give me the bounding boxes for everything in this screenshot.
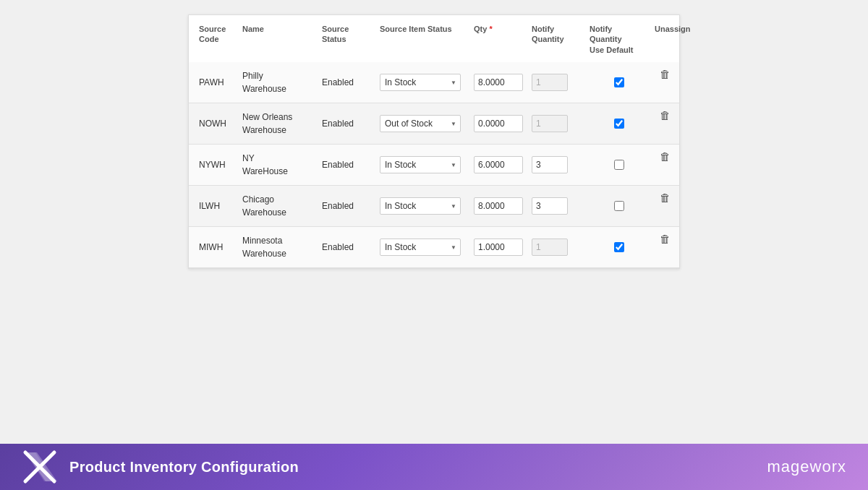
item-status-select[interactable]: In StockOut of Stock <box>380 197 461 215</box>
notify-qty-input[interactable] <box>532 156 568 173</box>
cell-source-code: NOWH <box>196 119 239 129</box>
table-row: 🗑ILWHChicagoWarehouseEnabledIn StockOut … <box>189 186 679 227</box>
delete-row-button[interactable]: 🗑 <box>660 68 671 80</box>
cell-name: MinnesotaWarehouse <box>239 234 319 260</box>
item-status-select[interactable]: In StockOut of Stock <box>380 156 461 173</box>
cell-source-status: Enabled <box>319 160 377 170</box>
main-content: SourceCode Name SourceStatus Source Item… <box>0 0 868 444</box>
cell-source-code: MIWH <box>196 242 239 252</box>
notify-qty-input <box>532 115 568 132</box>
cell-notify-qty <box>529 156 587 173</box>
qty-input[interactable] <box>474 74 523 91</box>
col-source-item-status: Source Item Status <box>377 22 471 56</box>
delete-row-button[interactable]: 🗑 <box>660 150 671 163</box>
delete-row-button[interactable]: 🗑 <box>660 233 671 245</box>
use-default-checkbox[interactable] <box>614 160 624 170</box>
table-row: 🗑NOWHNew OrleansWarehouseEnabledIn Stock… <box>189 103 679 145</box>
cell-qty <box>471 238 529 256</box>
footer-logo-icon <box>22 449 58 485</box>
col-qty: Qty * <box>471 22 529 56</box>
col-source-status: SourceStatus <box>319 22 377 56</box>
cell-name: New OrleansWarehouse <box>239 111 319 137</box>
cell-source-status: Enabled <box>319 242 377 252</box>
table-body: 🗑PAWHPhillyWarehouseEnabledIn StockOut o… <box>189 62 679 268</box>
cell-source-status: Enabled <box>319 119 377 129</box>
notify-qty-input <box>532 74 568 91</box>
cell-use-default <box>587 201 652 211</box>
cell-use-default <box>587 119 652 129</box>
qty-input[interactable] <box>474 238 523 256</box>
footer-brand: mageworx <box>767 457 846 476</box>
cell-notify-qty <box>529 115 587 132</box>
cell-source-status: Enabled <box>319 201 377 211</box>
table-row: 🗑MIWHMinnesotaWarehouseEnabledIn StockOu… <box>189 227 679 268</box>
col-name: Name <box>239 22 319 56</box>
cell-item-status: In StockOut of Stock▼ <box>377 115 471 132</box>
item-status-select[interactable]: In StockOut of Stock <box>380 115 461 132</box>
col-unassign: Unassign <box>652 22 695 56</box>
use-default-checkbox[interactable] <box>614 119 624 129</box>
item-status-select[interactable]: In StockOut of Stock <box>380 74 461 91</box>
delete-row-button[interactable]: 🗑 <box>660 109 671 121</box>
table-row: 🗑NYWHNYWareHouseEnabledIn StockOut of St… <box>189 145 679 186</box>
table-row: 🗑PAWHPhillyWarehouseEnabledIn StockOut o… <box>189 62 679 103</box>
notify-qty-input[interactable] <box>532 197 568 215</box>
footer-bar: Product Inventory Configuration mageworx <box>0 444 868 490</box>
cell-name: ChicagoWarehouse <box>239 193 319 219</box>
cell-source-code: NYWH <box>196 160 239 170</box>
cell-item-status: In StockOut of Stock▼ <box>377 156 471 173</box>
cell-notify-qty <box>529 197 587 215</box>
footer-title: Product Inventory Configuration <box>69 459 299 476</box>
cell-item-status: In StockOut of Stock▼ <box>377 74 471 91</box>
cell-qty <box>471 74 529 91</box>
qty-input[interactable] <box>474 156 523 173</box>
table-header: SourceCode Name SourceStatus Source Item… <box>189 15 679 62</box>
cell-use-default <box>587 160 652 170</box>
col-notify-use-default: NotifyQuantityUse Default <box>587 22 652 56</box>
col-source-code: SourceCode <box>196 22 239 56</box>
cell-item-status: In StockOut of Stock▼ <box>377 238 471 256</box>
use-default-checkbox[interactable] <box>614 77 624 87</box>
cell-name: NYWareHouse <box>239 152 319 178</box>
cell-notify-qty <box>529 238 587 256</box>
cell-qty <box>471 115 529 132</box>
cell-qty <box>471 156 529 173</box>
cell-source-code: PAWH <box>196 77 239 87</box>
inventory-table: SourceCode Name SourceStatus Source Item… <box>188 14 680 269</box>
notify-qty-input <box>532 238 568 256</box>
cell-item-status: In StockOut of Stock▼ <box>377 197 471 215</box>
col-notify-quantity: NotifyQuantity <box>529 22 587 56</box>
delete-row-button[interactable]: 🗑 <box>660 192 671 204</box>
qty-input[interactable] <box>474 197 523 215</box>
cell-use-default <box>587 242 652 252</box>
cell-name: PhillyWarehouse <box>239 69 319 95</box>
cell-use-default <box>587 77 652 87</box>
footer-left: Product Inventory Configuration <box>22 449 299 485</box>
item-status-select[interactable]: In StockOut of Stock <box>380 238 461 256</box>
cell-source-code: ILWH <box>196 201 239 211</box>
cell-source-status: Enabled <box>319 77 377 87</box>
cell-qty <box>471 197 529 215</box>
footer-brand-text: mageworx <box>767 457 846 476</box>
use-default-checkbox[interactable] <box>614 201 624 211</box>
cell-notify-qty <box>529 74 587 91</box>
qty-input[interactable] <box>474 115 523 132</box>
use-default-checkbox[interactable] <box>614 242 624 252</box>
